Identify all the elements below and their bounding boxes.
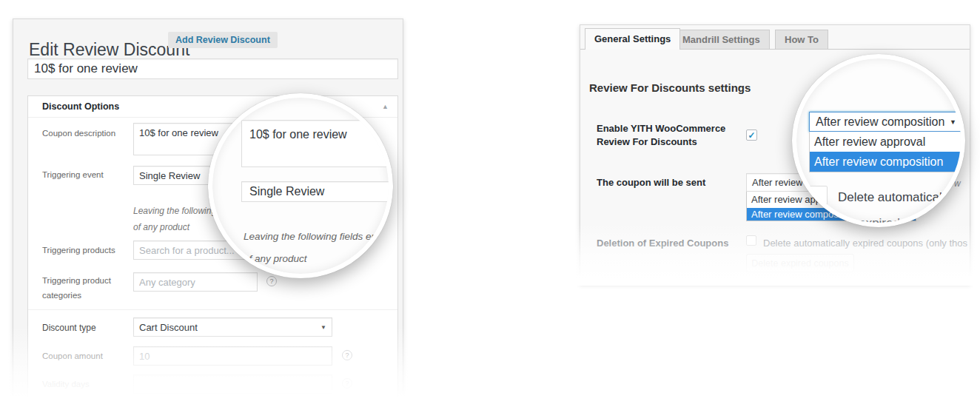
- lens-triggering-event-select: Single Review: [241, 181, 393, 202]
- coupon-amount-help-icon[interactable]: ?: [342, 350, 352, 360]
- lens-dropdown: After review approval After review compo…: [809, 132, 963, 172]
- tab-label: How To: [785, 34, 819, 45]
- delete-expired-coupons-button[interactable]: Delete expired coupons: [746, 254, 854, 272]
- tab-label: General Settings: [594, 33, 671, 44]
- lens-helper-line1: Leaving the following fields empty: [244, 231, 393, 242]
- deletion-checkbox[interactable]: [746, 235, 756, 246]
- chevron-down-icon: ▼: [950, 118, 956, 126]
- tab-general-settings[interactable]: General Settings: [585, 28, 680, 50]
- lens-helper-line2: of any product: [244, 253, 307, 264]
- lens-triggering-event-value: Single Review: [249, 185, 324, 198]
- lens-option: After review approval: [810, 132, 962, 152]
- discount-type-select[interactable]: Cart Discount ▼: [133, 317, 332, 337]
- categories-help-icon[interactable]: ?: [266, 276, 277, 286]
- deletion-checkbox-text: Delete automatically expired coupons (on…: [763, 238, 967, 249]
- triggering-categories-label-line1: Triggering product: [42, 276, 111, 285]
- coupon-amount-label: Coupon amount: [42, 352, 103, 360]
- screenshot-stage: Edit Review Discount Add Review Discount…: [0, 0, 980, 407]
- page-title: Edit Review Discount: [29, 40, 189, 60]
- collapse-toggle-icon[interactable]: ▲: [382, 96, 389, 117]
- triggering-categories-label-line2: categories: [42, 291, 81, 300]
- discount-type-label: Discount type: [42, 323, 96, 333]
- lens-coupon-description: 10$ for one review: [241, 120, 393, 167]
- triggering-event-label: Triggering event: [42, 170, 104, 179]
- coupon-sent-label: The coupon will be sent: [597, 177, 705, 188]
- metabox-title: Discount Options: [42, 101, 119, 112]
- add-review-discount-button[interactable]: Add Review Discount: [168, 32, 278, 48]
- enable-label-line1: Enable YITH WooCommerce: [597, 123, 725, 134]
- lens-select-value: After review composition: [816, 115, 944, 129]
- helper-text-line2: of any product: [133, 222, 189, 232]
- tab-label: Mandrill Settings: [682, 34, 760, 45]
- lens-coupon-sent-select: After review composition ▼: [809, 112, 963, 132]
- tab-mandrill-settings[interactable]: Mandrill Settings: [673, 30, 770, 50]
- validity-days-help-icon[interactable]: ?: [342, 378, 352, 388]
- settings-heading: Review For Discounts settings: [589, 81, 751, 94]
- validity-days-label: Validity days: [42, 380, 90, 388]
- coupon-amount-input[interactable]: [133, 346, 332, 366]
- triggering-products-label: Triggering products: [42, 246, 115, 255]
- enable-label-line2: Review For Discounts: [597, 136, 697, 147]
- left-magnifier-lens: 10$ for one review Single Review Leaving…: [208, 93, 393, 278]
- lens-option-highlighted: After review composition: [810, 152, 962, 172]
- validity-days-input[interactable]: [133, 374, 332, 394]
- coupon-description-label: Coupon description: [42, 129, 115, 138]
- divider: [28, 309, 398, 310]
- discount-type-value: Cart Discount: [139, 322, 198, 333]
- triggering-categories-input[interactable]: [133, 272, 258, 292]
- checkmark-icon: ✓: [748, 130, 755, 141]
- tab-how-to[interactable]: How To: [775, 30, 828, 50]
- triggering-event-value: Single Review: [139, 170, 200, 181]
- enable-checkbox[interactable]: ✓: [746, 130, 757, 141]
- chevron-down-icon: ▼: [320, 324, 326, 331]
- lens-delete-text: Delete automatically: [838, 190, 951, 205]
- discount-title-input[interactable]: [27, 58, 398, 79]
- right-magnifier-lens: After review composition ▼ After review …: [792, 54, 965, 227]
- deletion-label: Deletion of Expired Coupons: [597, 238, 728, 249]
